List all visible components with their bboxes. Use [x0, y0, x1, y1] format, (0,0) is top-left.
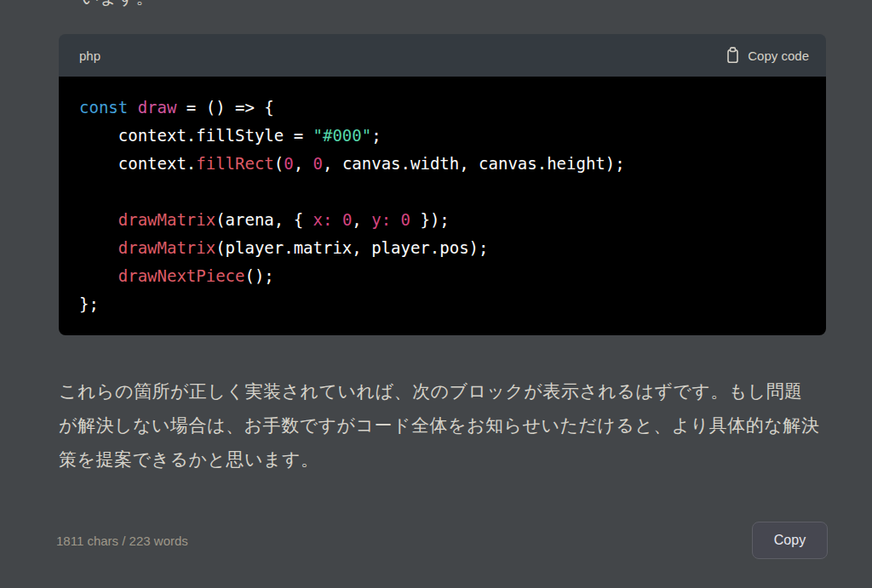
clipped-text-fragment: います。 — [81, 0, 826, 8]
clipboard-icon — [726, 47, 740, 64]
char-word-counter: 1811 chars / 223 words — [56, 534, 188, 548]
copy-button-label: Copy — [774, 533, 806, 547]
code-block: php Copy code const draw = () => { conte… — [59, 34, 826, 335]
code-line: drawMatrix(player.matrix, player.pos); — [79, 234, 806, 262]
copy-button[interactable]: Copy — [752, 522, 828, 559]
code-line: }; — [79, 290, 806, 318]
copy-code-button[interactable]: Copy code — [726, 47, 809, 64]
code-line — [79, 178, 806, 206]
code-line: drawMatrix(arena, { x: 0, y: 0 }); — [79, 206, 806, 234]
code-line: context.fillStyle = "#000"; — [79, 122, 806, 150]
code-body: const draw = () => { context.fillStyle =… — [59, 77, 826, 335]
page: います。 php Copy code const draw = () => { … — [0, 0, 872, 559]
assistant-paragraph: これらの箇所が正しく実装されていれば、次のブロックが表示されるはずです。もし問題… — [59, 374, 821, 477]
code-lines: const draw = () => { context.fillStyle =… — [79, 94, 806, 318]
copy-code-label: Copy code — [748, 49, 809, 63]
language-label: php — [79, 49, 100, 63]
message-footer: 1811 chars / 223 words Copy — [59, 522, 826, 559]
code-line: drawNextPiece(); — [79, 262, 806, 290]
code-block-header: php Copy code — [59, 34, 826, 77]
clipped-text: います。 — [81, 0, 826, 8]
code-line: const draw = () => { — [79, 94, 806, 122]
code-line: context.fillRect(0, 0, canvas.width, can… — [79, 150, 806, 178]
